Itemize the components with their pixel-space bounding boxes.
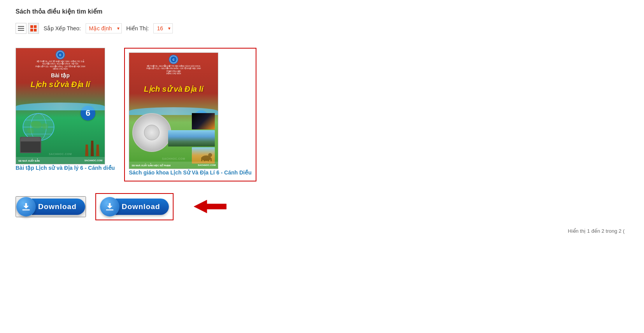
sort-label: Sắp Xếp Theo: — [44, 25, 81, 31]
cover-photos — [168, 113, 215, 164]
page-title: Sách thỏa điều kiện tìm kiếm — [16, 8, 628, 15]
photo-mountains — [168, 130, 215, 146]
display-label: Hiển Thị: — [126, 25, 149, 31]
cover-bottom-bar-1: SB NHÀ XUẤT BẢN SACHHOC.COM — [16, 157, 105, 164]
download-wrapper-1: Download — [16, 196, 86, 217]
photo-desert — [192, 147, 215, 164]
svg-rect-23 — [23, 209, 30, 210]
display-select[interactable]: 8 16 24 32 — [153, 23, 173, 33]
page-container: Sách thỏa điều kiện tìm kiếm Sắp Xếp — [0, 0, 644, 242]
book-title-2[interactable]: Sách giáo khoa Lịch Sử Và Địa Lí 6 - Cán… — [129, 169, 251, 177]
spear-1 — [84, 145, 89, 156]
svg-rect-22 — [211, 158, 212, 161]
book-cover-2[interactable]: C BỘ THIẾT BỊ – NGUYỄN VIẾT THI HỌC ĐỒNG… — [129, 52, 218, 169]
cover-bottom-bar-2: SB NHÀ XUẤT BẢN HỌC SỨ PHẠM SACHHOC.COM — [129, 162, 218, 169]
arrow-icon — [191, 196, 230, 217]
download-button-2[interactable]: Download — [100, 197, 169, 216]
list-view-button[interactable] — [16, 23, 26, 34]
cover-artifacts — [84, 141, 100, 156]
book-cover-1[interactable]: C BỘ THIẾT BỊ – GIÁ TỐ NHẤT HỌC SINH · Đ… — [16, 48, 105, 164]
download-label-1: Download — [32, 199, 85, 215]
download-label-2: Download — [116, 199, 169, 215]
grid-view-button[interactable] — [28, 23, 39, 34]
photo-solar — [192, 113, 215, 129]
books-grid: C BỘ THIẾT BỊ – GIÁ TỐ NHẤT HỌC SINH · Đ… — [16, 48, 628, 181]
cover-small-text-1: BỘ THIẾT BỊ – GIÁ TỐ NHẤT HỌC SINH · ĐỒN… — [16, 61, 105, 70]
pagination-info: Hiển thị 1 đến 2 trong 2 ( — [16, 228, 628, 234]
display-select-wrapper: 8 16 24 32 — [153, 23, 173, 33]
cover-main-title-1: Lịch sử và Địa lí — [16, 80, 105, 89]
cover-disc — [132, 113, 171, 152]
cover-main-title-2: Lịch sử và Địa lí — [129, 85, 218, 93]
download-wrapper-2: Download — [95, 193, 174, 220]
svg-rect-20 — [204, 158, 205, 161]
svg-rect-21 — [208, 158, 209, 161]
svg-marker-25 — [194, 200, 226, 213]
book-item-1: C BỘ THIẾT BỊ – GIÁ TỐ NHẤT HỌC SINH · Đ… — [16, 48, 115, 181]
svg-text:C: C — [59, 54, 61, 56]
cover-small-text-2: BỘ THIẾT BỊ – NGUYỄN VIẾT THI HỌC ĐỒNG S… — [129, 65, 218, 75]
view-toggle — [16, 23, 39, 34]
publisher-logo-2: C — [169, 55, 178, 64]
svg-text:C: C — [173, 58, 175, 61]
svg-rect-1 — [18, 28, 24, 29]
svg-rect-19 — [201, 157, 202, 161]
cover-watermark-2: SACHHOC.COM — [162, 157, 185, 160]
arrow-annotation — [191, 196, 230, 217]
spear-3 — [95, 145, 100, 156]
cover-watermark-1: SACHHOC.COM — [49, 153, 72, 155]
cover-bai-tap: Bài tập — [16, 72, 105, 78]
book-title-1[interactable]: Bài tập Lịch sử và Địa lý 6 - Cánh diều — [16, 164, 115, 172]
publisher-logo-1: C — [56, 50, 65, 59]
cover-disc-inner — [144, 125, 160, 140]
download-icon-1 — [16, 197, 36, 216]
toolbar: Sắp Xếp Theo: Mặc định Tên A-Z Tên Z-A M… — [16, 23, 628, 38]
download-icon-2 — [100, 197, 119, 216]
cover-drum — [20, 137, 41, 153]
svg-rect-6 — [34, 29, 37, 31]
svg-rect-5 — [30, 29, 33, 31]
book-item-2: C BỘ THIẾT BỊ – NGUYỄN VIẾT THI HỌC ĐỒNG… — [124, 48, 256, 181]
sort-select[interactable]: Mặc định Tên A-Z Tên Z-A Mới nhất Cũ nhấ… — [86, 23, 122, 33]
download-button-1[interactable]: Download — [16, 196, 86, 217]
svg-rect-2 — [18, 30, 24, 31]
svg-rect-0 — [18, 26, 24, 27]
svg-rect-3 — [30, 25, 33, 28]
svg-rect-24 — [106, 209, 113, 210]
download-row: Download Download — [16, 193, 628, 220]
cover-wave-1 — [16, 103, 105, 110]
sort-select-wrapper: Mặc định Tên A-Z Tên Z-A Mới nhất Cũ nhấ… — [86, 23, 122, 33]
svg-rect-4 — [34, 25, 37, 28]
svg-point-18 — [208, 153, 212, 157]
spear-2 — [90, 141, 94, 156]
